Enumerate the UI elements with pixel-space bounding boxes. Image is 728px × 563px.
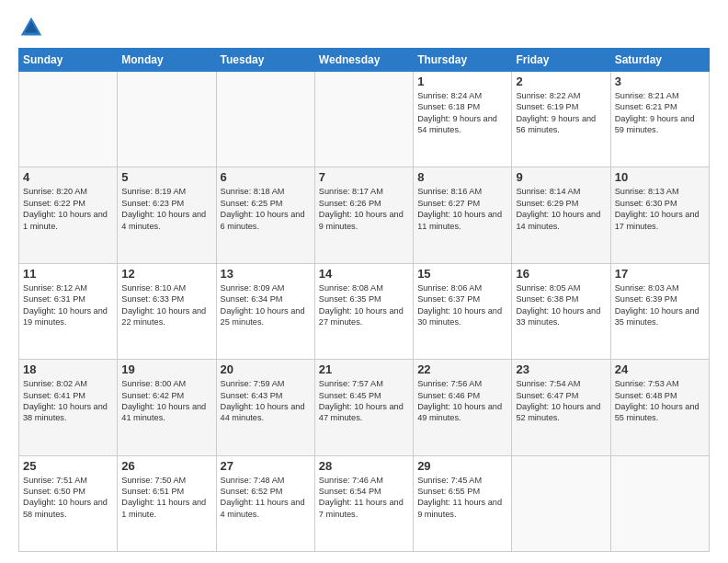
calendar-cell: 9Sunrise: 8:14 AM Sunset: 6:29 PM Daylig… [512,167,610,263]
page: SundayMondayTuesdayWednesdayThursdayFrid… [0,0,728,563]
calendar-cell: 11Sunrise: 8:12 AM Sunset: 6:31 PM Dayli… [19,263,118,359]
calendar-cell: 23Sunrise: 7:54 AM Sunset: 6:47 PM Dayli… [512,360,610,455]
day-info: Sunrise: 8:18 AM Sunset: 6:25 PM Dayligh… [221,186,311,232]
day-number: 12 [121,267,211,281]
calendar-cell: 28Sunrise: 7:46 AM Sunset: 6:54 PM Dayli… [314,455,413,551]
calendar-cell: 6Sunrise: 8:18 AM Sunset: 6:25 PM Daylig… [216,167,314,263]
calendar-cell: 27Sunrise: 7:48 AM Sunset: 6:52 PM Dayli… [216,455,314,551]
logo [18,15,48,40]
day-number: 27 [221,459,311,473]
calendar-cell: 26Sunrise: 7:50 AM Sunset: 6:51 PM Dayli… [118,455,216,551]
calendar-cell [314,72,413,167]
calendar-cell: 3Sunrise: 8:21 AM Sunset: 6:21 PM Daylig… [610,72,709,167]
day-number: 1 [417,75,507,88]
day-info: Sunrise: 8:03 AM Sunset: 6:39 PM Dayligh… [615,282,705,328]
calendar-week-row: 1Sunrise: 8:24 AM Sunset: 6:18 PM Daylig… [19,72,710,167]
day-info: Sunrise: 7:45 AM Sunset: 6:55 PM Dayligh… [417,475,507,521]
day-number: 22 [417,362,507,376]
day-number: 7 [319,170,409,184]
calendar-cell [216,72,314,167]
calendar-cell: 2Sunrise: 8:22 AM Sunset: 6:19 PM Daylig… [512,72,610,167]
day-number: 13 [221,267,311,281]
day-info: Sunrise: 7:56 AM Sunset: 6:46 PM Dayligh… [417,378,507,424]
calendar-cell: 20Sunrise: 7:59 AM Sunset: 6:43 PM Dayli… [216,360,314,455]
calendar-cell [118,72,216,167]
day-number: 15 [417,267,507,281]
day-info: Sunrise: 8:13 AM Sunset: 6:30 PM Dayligh… [615,186,705,232]
calendar-week-row: 4Sunrise: 8:20 AM Sunset: 6:22 PM Daylig… [19,167,710,263]
day-info: Sunrise: 8:24 AM Sunset: 6:18 PM Dayligh… [417,90,507,136]
calendar-week-row: 11Sunrise: 8:12 AM Sunset: 6:31 PM Dayli… [19,263,710,359]
calendar-cell: 5Sunrise: 8:19 AM Sunset: 6:23 PM Daylig… [118,167,216,263]
calendar-cell: 29Sunrise: 7:45 AM Sunset: 6:55 PM Dayli… [414,455,512,551]
day-info: Sunrise: 8:08 AM Sunset: 6:35 PM Dayligh… [319,282,409,328]
day-info: Sunrise: 8:06 AM Sunset: 6:37 PM Dayligh… [417,282,507,328]
day-info: Sunrise: 8:17 AM Sunset: 6:26 PM Dayligh… [319,186,409,232]
calendar-cell [610,455,709,551]
day-number: 5 [121,170,211,184]
calendar-day-header: Tuesday [216,49,314,72]
calendar-cell: 22Sunrise: 7:56 AM Sunset: 6:46 PM Dayli… [414,360,512,455]
day-info: Sunrise: 8:21 AM Sunset: 6:21 PM Dayligh… [615,90,705,136]
day-info: Sunrise: 8:02 AM Sunset: 6:41 PM Dayligh… [23,378,113,424]
day-info: Sunrise: 7:51 AM Sunset: 6:50 PM Dayligh… [23,475,113,521]
day-info: Sunrise: 7:54 AM Sunset: 6:47 PM Dayligh… [516,378,606,424]
day-number: 4 [23,170,113,184]
calendar-cell: 17Sunrise: 8:03 AM Sunset: 6:39 PM Dayli… [610,263,709,359]
calendar-week-row: 18Sunrise: 8:02 AM Sunset: 6:41 PM Dayli… [19,360,710,455]
day-number: 20 [221,362,311,376]
day-info: Sunrise: 8:05 AM Sunset: 6:38 PM Dayligh… [516,282,606,328]
calendar-cell: 13Sunrise: 8:09 AM Sunset: 6:34 PM Dayli… [216,263,314,359]
day-number: 28 [319,459,409,473]
calendar-cell [512,455,610,551]
calendar-header-row: SundayMondayTuesdayWednesdayThursdayFrid… [19,49,710,72]
day-number: 16 [516,267,606,281]
day-number: 26 [121,459,211,473]
calendar-cell: 4Sunrise: 8:20 AM Sunset: 6:22 PM Daylig… [19,167,118,263]
day-number: 9 [516,170,606,184]
calendar-week-row: 25Sunrise: 7:51 AM Sunset: 6:50 PM Dayli… [19,455,710,551]
day-info: Sunrise: 7:48 AM Sunset: 6:52 PM Dayligh… [221,475,311,521]
day-number: 3 [615,75,705,88]
day-number: 17 [615,267,705,281]
calendar-cell [19,72,118,167]
calendar-day-header: Saturday [610,49,709,72]
day-info: Sunrise: 8:09 AM Sunset: 6:34 PM Dayligh… [221,282,311,328]
day-number: 10 [615,170,705,184]
day-number: 11 [23,267,113,281]
calendar-table: SundayMondayTuesdayWednesdayThursdayFrid… [18,48,710,552]
calendar-cell: 12Sunrise: 8:10 AM Sunset: 6:33 PM Dayli… [118,263,216,359]
day-number: 14 [319,267,409,281]
calendar-cell: 14Sunrise: 8:08 AM Sunset: 6:35 PM Dayli… [314,263,413,359]
calendar-day-header: Friday [512,49,610,72]
calendar-day-header: Sunday [19,49,118,72]
day-number: 8 [417,170,507,184]
day-number: 6 [221,170,311,184]
day-number: 25 [23,459,113,473]
day-info: Sunrise: 8:16 AM Sunset: 6:27 PM Dayligh… [417,186,507,232]
day-number: 21 [319,362,409,376]
logo-icon [18,15,44,40]
day-info: Sunrise: 7:53 AM Sunset: 6:48 PM Dayligh… [615,378,705,424]
calendar-cell: 25Sunrise: 7:51 AM Sunset: 6:50 PM Dayli… [19,455,118,551]
day-number: 19 [121,362,211,376]
day-info: Sunrise: 7:46 AM Sunset: 6:54 PM Dayligh… [319,475,409,521]
day-info: Sunrise: 7:59 AM Sunset: 6:43 PM Dayligh… [221,378,311,424]
day-number: 24 [615,362,705,376]
calendar-cell: 24Sunrise: 7:53 AM Sunset: 6:48 PM Dayli… [610,360,709,455]
day-number: 2 [516,75,606,88]
day-info: Sunrise: 7:57 AM Sunset: 6:45 PM Dayligh… [319,378,409,424]
day-info: Sunrise: 8:00 AM Sunset: 6:42 PM Dayligh… [121,378,211,424]
calendar-cell: 18Sunrise: 8:02 AM Sunset: 6:41 PM Dayli… [19,360,118,455]
calendar-cell: 16Sunrise: 8:05 AM Sunset: 6:38 PM Dayli… [512,263,610,359]
calendar-day-header: Thursday [414,49,512,72]
header [18,15,710,40]
calendar-cell: 19Sunrise: 8:00 AM Sunset: 6:42 PM Dayli… [118,360,216,455]
calendar-cell: 1Sunrise: 8:24 AM Sunset: 6:18 PM Daylig… [414,72,512,167]
day-info: Sunrise: 8:14 AM Sunset: 6:29 PM Dayligh… [516,186,606,232]
calendar-cell: 7Sunrise: 8:17 AM Sunset: 6:26 PM Daylig… [314,167,413,263]
calendar-day-header: Monday [118,49,216,72]
calendar-cell: 8Sunrise: 8:16 AM Sunset: 6:27 PM Daylig… [414,167,512,263]
day-number: 23 [516,362,606,376]
day-info: Sunrise: 8:10 AM Sunset: 6:33 PM Dayligh… [121,282,211,328]
